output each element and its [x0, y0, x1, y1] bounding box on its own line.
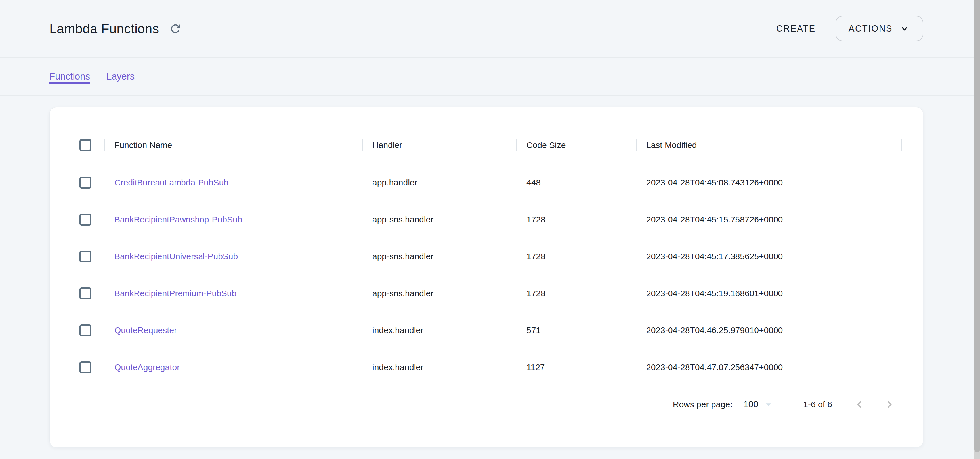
- function-name-cell: CreditBureauLambda-PubSub: [104, 164, 362, 201]
- rows-per-page-value: 100: [743, 399, 758, 410]
- function-name-link[interactable]: BankRecipientPremium-PubSub: [115, 288, 236, 298]
- table-row: BankRecipientPawnshop-PubSub app-sns.han…: [67, 201, 907, 238]
- function-name-cell: BankRecipientPremium-PubSub: [104, 275, 362, 312]
- stub-cell: [901, 349, 907, 386]
- handler-cell: app-sns.handler: [362, 275, 516, 312]
- column-header-stub: [901, 126, 907, 164]
- stub-cell: [901, 275, 907, 312]
- row-checkbox[interactable]: [80, 361, 91, 373]
- table-row: QuoteRequester index.handler 571 2023-04…: [67, 312, 907, 349]
- handler-cell: app-sns.handler: [362, 238, 516, 275]
- refresh-button[interactable]: [167, 21, 183, 37]
- row-checkbox-cell: [67, 238, 104, 275]
- stub-cell: [901, 238, 907, 275]
- rows-per-page-label: Rows per page:: [673, 400, 732, 409]
- table-body: CreditBureauLambda-PubSub app.handler 44…: [67, 164, 907, 386]
- functions-table: Function Name Handler Code Size Last Mod…: [67, 126, 907, 386]
- table-row: BankRecipientUniversal-PubSub app-sns.ha…: [67, 238, 907, 275]
- function-name-cell: BankRecipientPawnshop-PubSub: [104, 201, 362, 238]
- title-wrap: Lambda Functions: [49, 21, 183, 37]
- functions-table-card: Function Name Handler Code Size Last Mod…: [49, 107, 923, 447]
- header-actions: CREATE ACTIONS: [773, 16, 923, 41]
- stub-cell: [901, 164, 907, 201]
- actions-button-label: ACTIONS: [849, 24, 892, 34]
- row-checkbox-cell: [67, 164, 104, 201]
- table-header-row: Function Name Handler Code Size Last Mod…: [67, 126, 907, 164]
- row-checkbox-cell: [67, 312, 104, 349]
- code-size-cell: 448: [516, 164, 636, 201]
- last-modified-cell: 2023-04-28T04:45:17.385625+0000: [636, 238, 901, 275]
- code-size-cell: 1728: [516, 201, 636, 238]
- last-modified-cell: 2023-04-28T04:45:08.743126+0000: [636, 164, 901, 201]
- pagination-bar: Rows per page: 100 1-6 of 6: [50, 386, 923, 423]
- handler-cell: index.handler: [362, 349, 516, 386]
- stub-cell: [901, 312, 907, 349]
- function-name-link[interactable]: BankRecipientUniversal-PubSub: [115, 252, 238, 261]
- stub-cell: [901, 201, 907, 238]
- function-name-link[interactable]: QuoteAggregator: [115, 362, 180, 372]
- last-modified-cell: 2023-04-28T04:47:07.256347+0000: [636, 349, 901, 386]
- scrollbar-thumb[interactable]: [974, 0, 980, 452]
- code-size-cell: 571: [516, 312, 636, 349]
- row-checkbox[interactable]: [80, 177, 91, 189]
- chevron-down-icon: [899, 23, 910, 34]
- column-header-function-name[interactable]: Function Name: [104, 126, 362, 164]
- scrollbar[interactable]: [974, 0, 980, 459]
- row-checkbox-cell: [67, 201, 104, 238]
- actions-button[interactable]: ACTIONS: [835, 16, 923, 41]
- handler-cell: app-sns.handler: [362, 201, 516, 238]
- row-checkbox[interactable]: [80, 287, 91, 300]
- column-header-last-modified[interactable]: Last Modified: [636, 126, 901, 164]
- last-modified-cell: 2023-04-28T04:45:19.168601+0000: [636, 275, 901, 312]
- page-title: Lambda Functions: [49, 21, 159, 37]
- pagination-range: 1-6 of 6: [803, 400, 832, 409]
- select-all-checkbox[interactable]: [80, 139, 91, 151]
- row-checkbox-cell: [67, 275, 104, 312]
- function-name-cell: BankRecipientUniversal-PubSub: [104, 238, 362, 275]
- row-checkbox[interactable]: [80, 250, 91, 263]
- row-checkbox[interactable]: [80, 324, 91, 336]
- last-modified-cell: 2023-04-28T04:45:15.758726+0000: [636, 201, 901, 238]
- function-name-link[interactable]: CreditBureauLambda-PubSub: [115, 178, 229, 187]
- function-name-cell: QuoteRequester: [104, 312, 362, 349]
- tab-bar: Functions Layers: [0, 57, 980, 96]
- function-name-link[interactable]: QuoteRequester: [115, 325, 177, 335]
- handler-cell: app.handler: [362, 164, 516, 201]
- next-page-button[interactable]: [881, 397, 897, 413]
- table-row: BankRecipientPremium-PubSub app-sns.hand…: [67, 275, 907, 312]
- refresh-icon: [169, 22, 182, 35]
- table-row: QuoteAggregator index.handler 1127 2023-…: [67, 349, 907, 386]
- function-name-link[interactable]: BankRecipientPawnshop-PubSub: [115, 215, 242, 224]
- chevron-right-icon: [883, 398, 896, 411]
- code-size-cell: 1127: [516, 349, 636, 386]
- table-row: CreditBureauLambda-PubSub app.handler 44…: [67, 164, 907, 201]
- previous-page-button[interactable]: [851, 397, 867, 413]
- chevron-left-icon: [853, 398, 866, 411]
- rows-per-page-select[interactable]: 100: [743, 398, 775, 411]
- tab-layers[interactable]: Layers: [107, 71, 135, 82]
- create-button[interactable]: CREATE: [773, 18, 818, 40]
- last-modified-cell: 2023-04-28T04:46:25.979010+0000: [636, 312, 901, 349]
- row-checkbox-cell: [67, 349, 104, 386]
- column-header-code-size[interactable]: Code Size: [516, 126, 636, 164]
- tab-functions[interactable]: Functions: [49, 71, 90, 82]
- page-header: Lambda Functions CREATE ACTIONS: [0, 0, 980, 57]
- column-header-handler[interactable]: Handler: [362, 126, 516, 164]
- select-all-header-cell: [67, 126, 104, 164]
- handler-cell: index.handler: [362, 312, 516, 349]
- code-size-cell: 1728: [516, 238, 636, 275]
- function-name-cell: QuoteAggregator: [104, 349, 362, 386]
- row-checkbox[interactable]: [80, 214, 91, 226]
- code-size-cell: 1728: [516, 275, 636, 312]
- arrow-drop-down-icon: [762, 398, 775, 411]
